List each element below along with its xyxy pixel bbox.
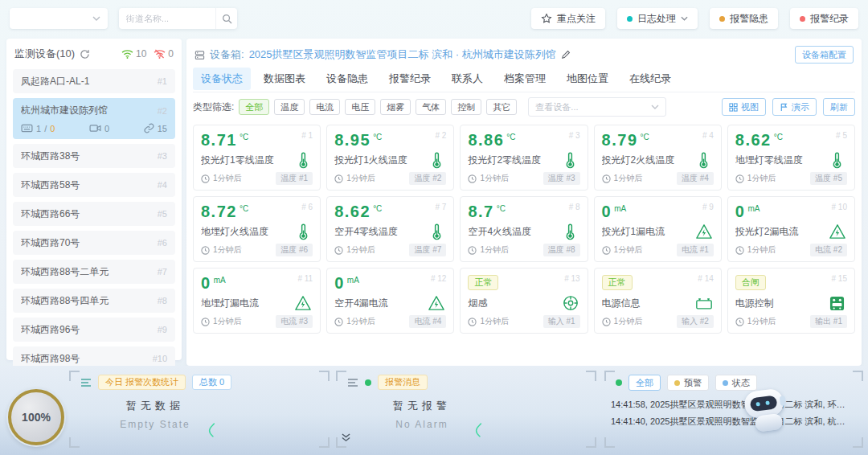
device-point-card[interactable]: # 15 合闸 电源控制 1分钟后 输出 #1 <box>727 268 855 334</box>
card-value-row: 0 mA <box>334 274 446 293</box>
tab-contacts[interactable]: 联系人 <box>444 68 491 90</box>
sidebar-device-item[interactable]: 环城西路88号四单元 #8 <box>13 289 175 313</box>
card-footer: 1分钟后 温度 #4 <box>602 172 714 185</box>
filter-chip-other[interactable]: 其它 <box>486 99 517 115</box>
card-label: 地埋灯火线温度 <box>201 225 293 239</box>
device-point-card[interactable]: # 1 8.71 °C 投光灯1零线温度 1分钟后 温度 #1 <box>193 125 321 191</box>
device-name: 环城西路96号 <box>21 323 158 337</box>
log-process-button[interactable]: 日志处理 <box>617 8 698 29</box>
sidebar-header: 监测设备(10) 10 0 <box>14 47 174 61</box>
filter-chip-temperature[interactable]: 温度 <box>274 99 305 115</box>
red-dot-icon <box>800 16 805 22</box>
card-category-tag: 温度 #4 <box>677 172 714 185</box>
card-update-time: 1分钟后 <box>747 173 776 184</box>
device-box-label: 设备箱: <box>210 47 244 62</box>
sidebar-device-item[interactable]: 环城西路38号 #3 <box>13 144 175 168</box>
sidebar-device-item[interactable]: 环城西路58号 #4 <box>13 173 175 197</box>
demo-button[interactable]: 演示 <box>772 98 817 116</box>
device-index: #1 <box>158 76 167 86</box>
tab-map-location[interactable]: 地图位置 <box>559 68 616 90</box>
sidebar-device-item[interactable]: 环城西路70号 #6 <box>13 231 175 255</box>
sidebar-device-item[interactable]: 环城西路66号 #5 <box>13 202 175 226</box>
card-unit: °C <box>373 133 382 141</box>
card-footer: 1分钟后 温度 #2 <box>334 172 446 185</box>
device-index: #4 <box>158 180 167 190</box>
tab-device-status[interactable]: 设备状态 <box>193 68 251 90</box>
tab-alarm-records[interactable]: 报警纪录 <box>381 68 439 90</box>
card-footer: 1分钟后 温度 #7 <box>334 244 446 256</box>
device-point-card[interactable]: # 8 8.7 °C 空开4火线温度 1分钟后 温度 #8 <box>460 196 588 262</box>
device-point-card[interactable]: # 9 0 mA 投光灯1漏电流 1分钟后 电流 #1 <box>594 196 722 262</box>
tab-data-charts[interactable]: 数据图表 <box>256 68 313 90</box>
collapse-footer-button[interactable] <box>341 433 351 442</box>
search-button[interactable] <box>215 8 237 29</box>
alarm-hazard-button[interactable]: 报警隐患 <box>710 8 778 29</box>
device-point-card[interactable]: # 2 8.95 °C 投光灯1火线温度 1分钟后 温度 #2 <box>326 125 454 191</box>
card-category-tag: 电流 #4 <box>409 315 446 328</box>
device-point-card[interactable]: # 6 8.72 °C 地埋灯火线温度 1分钟后 温度 #6 <box>193 196 321 262</box>
card-update-time: 1分钟后 <box>480 316 509 327</box>
edit-icon[interactable] <box>561 50 571 59</box>
chevron-down-icon <box>681 16 688 21</box>
street-search-input[interactable] <box>119 8 215 29</box>
device-point-card[interactable]: # 12 0 mA 空开4漏电流 1分钟后 电流 #4 <box>326 268 454 334</box>
sidebar-device-item[interactable]: 环城西路88号二单元 #7 <box>13 260 175 284</box>
card-index: # 15 <box>832 274 847 283</box>
device-point-card[interactable]: # 13 正常 烟感 1分钟后 输入 #1 <box>460 268 588 334</box>
area-select[interactable] <box>10 8 108 29</box>
clock-icon <box>334 318 343 326</box>
focus-button[interactable]: 重点关注 <box>531 8 605 29</box>
camera-icon <box>89 124 101 133</box>
card-unit: °C <box>774 133 783 141</box>
card-label-row: 地埋灯漏电流 <box>201 295 313 311</box>
card-unit: °C <box>240 133 248 141</box>
device-point-card[interactable]: # 3 8.86 °C 投光灯2零线温度 1分钟后 温度 #3 <box>460 125 588 191</box>
clock-icon <box>468 318 477 326</box>
robot-assistant-icon[interactable] <box>739 385 796 439</box>
view-button[interactable]: 视图 <box>722 98 766 116</box>
card-label: 空开4零线温度 <box>334 225 427 239</box>
card-label-row: 投光灯1火线温度 <box>334 152 446 169</box>
clock-icon <box>602 318 611 326</box>
topbar: 重点关注 日志处理 报警隐患 报警纪录 <box>0 0 868 37</box>
sidebar-device-item[interactable]: 环城西路96号 #9 <box>13 318 175 342</box>
card-type-icon <box>427 295 446 311</box>
refresh-icon[interactable] <box>80 49 90 59</box>
link-stat: 15 <box>144 123 167 133</box>
card-value-row: 8.62 °C <box>735 131 847 150</box>
robot-eye <box>765 400 770 405</box>
card-value: 0 <box>201 274 211 292</box>
filter-chip-control[interactable]: 控制 <box>451 99 481 115</box>
device-point-card[interactable]: # 5 8.62 °C 地埋灯零线温度 1分钟后 温度 #5 <box>727 125 855 191</box>
card-update-time: 1分钟后 <box>614 244 643 256</box>
sidebar-device-item[interactable]: 凤起路A口-AL-1 #1 <box>13 69 175 93</box>
device-point-card[interactable]: # 7 8.62 °C 空开4零线温度 1分钟后 温度 #7 <box>326 196 454 262</box>
box-config-button[interactable]: 设备箱配置 <box>795 46 854 64</box>
type-filter-bar: 类型筛选: 全部 温度 电流 电压 烟雾 气体 控制 其它 查看设备... 视图 <box>193 92 855 121</box>
card-type-icon <box>293 295 313 311</box>
card-value-row: 0 mA <box>735 203 847 222</box>
filter-chip-voltage[interactable]: 电压 <box>345 99 375 115</box>
device-point-card[interactable]: # 14 正常 电源信息 1分钟后 输入 #2 <box>594 268 722 334</box>
device-point-card[interactable]: # 10 0 mA 投光灯2漏电流 1分钟后 电流 #2 <box>727 196 855 262</box>
device-name: 环城西路38号 <box>21 150 158 163</box>
tab-device-hazards[interactable]: 设备隐患 <box>318 68 376 90</box>
filter-chip-all[interactable]: 全部 <box>239 99 269 115</box>
device-point-card[interactable]: # 11 0 mA 地埋灯漏电流 1分钟后 电流 #3 <box>193 268 321 334</box>
tab-archives[interactable]: 档案管理 <box>496 68 554 90</box>
search-icon <box>222 14 232 24</box>
sidebar-device-item[interactable]: 杭州城市建设陈列馆 #2 1 / 0 0 15 <box>13 98 175 139</box>
orange-dot-icon <box>719 16 725 22</box>
tab-online-records[interactable]: 在线纪录 <box>621 68 679 90</box>
filter-chip-current[interactable]: 电流 <box>309 99 340 115</box>
refresh-button[interactable]: 刷新 <box>823 98 855 116</box>
alarm-record-button[interactable]: 报警纪录 <box>790 8 858 29</box>
card-footer: 1分钟后 温度 #3 <box>468 172 579 185</box>
alarm-hazard-label: 报警隐患 <box>730 12 768 26</box>
device-filter-select[interactable]: 查看设备... <box>528 97 666 117</box>
device-point-card[interactable]: # 4 8.79 °C 投光灯2火线温度 1分钟后 温度 #4 <box>594 125 722 191</box>
filter-chip-gas[interactable]: 气体 <box>416 99 446 115</box>
card-index: # 2 <box>435 131 446 140</box>
filter-chip-smoke[interactable]: 烟雾 <box>380 99 411 115</box>
health-gauge-value: 100% <box>22 411 51 424</box>
